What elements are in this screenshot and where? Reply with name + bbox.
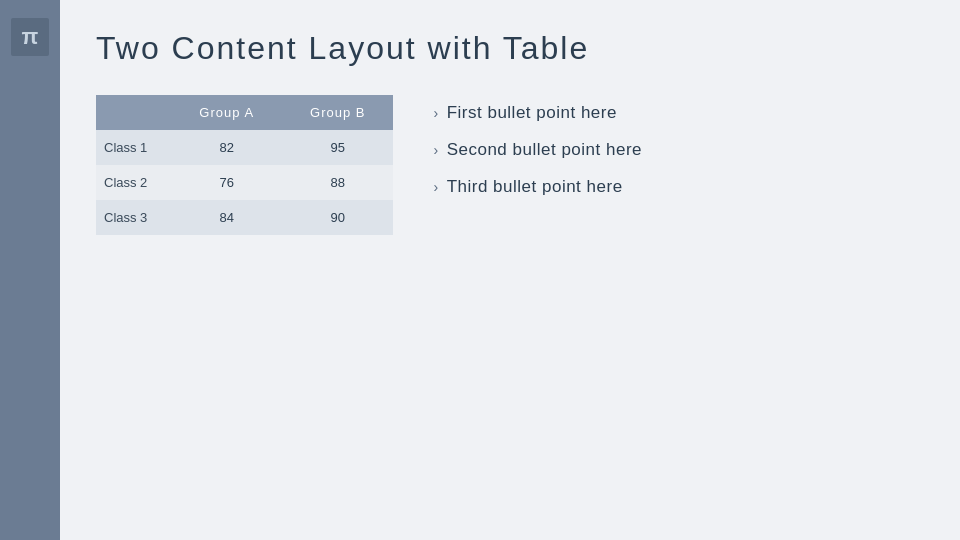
pi-icon: π: [22, 24, 39, 50]
table-row: Class 18295: [96, 130, 393, 165]
row-label: Class 3: [96, 200, 171, 235]
bullet-text: Third bullet point here: [447, 173, 623, 202]
bullet-text: Second bullet point here: [447, 136, 642, 165]
bullet-section: ›First bullet point here›Second bullet p…: [433, 95, 920, 510]
row-group-a: 76: [171, 165, 282, 200]
table-header-group-b: Group B: [282, 95, 393, 130]
row-group-a: 84: [171, 200, 282, 235]
pi-icon-box: π: [11, 18, 49, 56]
table-row: Class 38490: [96, 200, 393, 235]
row-label: Class 2: [96, 165, 171, 200]
table-row: Class 27688: [96, 165, 393, 200]
table-section: Group A Group B Class 18295Class 27688Cl…: [96, 95, 393, 510]
bullet-item: ›Third bullet point here: [433, 173, 920, 202]
row-group-a: 82: [171, 130, 282, 165]
page-title: Two Content Layout with Table: [96, 30, 920, 67]
bullet-text: First bullet point here: [447, 99, 617, 128]
main-content: Two Content Layout with Table Group A Gr…: [60, 0, 960, 540]
bullet-arrow-icon: ›: [433, 176, 438, 200]
bullet-item: ›First bullet point here: [433, 99, 920, 128]
table-header-group-a: Group A: [171, 95, 282, 130]
row-group-b: 95: [282, 130, 393, 165]
row-group-b: 90: [282, 200, 393, 235]
row-label: Class 1: [96, 130, 171, 165]
bullet-item: ›Second bullet point here: [433, 136, 920, 165]
left-sidebar: π: [0, 0, 60, 540]
row-group-b: 88: [282, 165, 393, 200]
content-area: Group A Group B Class 18295Class 27688Cl…: [96, 95, 920, 510]
bullet-arrow-icon: ›: [433, 102, 438, 126]
bullet-arrow-icon: ›: [433, 139, 438, 163]
data-table: Group A Group B Class 18295Class 27688Cl…: [96, 95, 393, 235]
table-header-empty: [96, 95, 171, 130]
